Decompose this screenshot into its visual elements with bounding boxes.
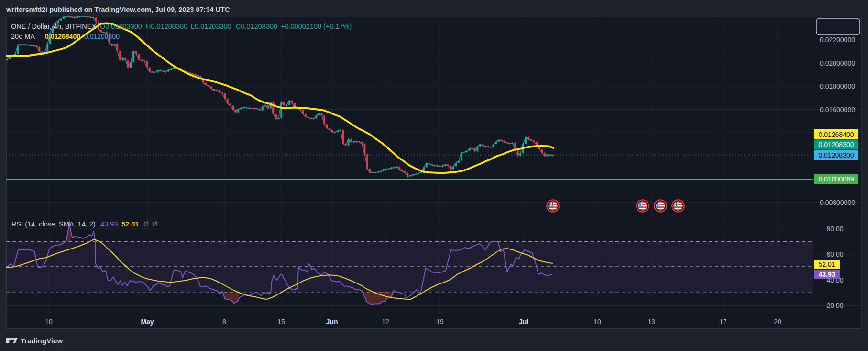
svg-text:0.02000000: 0.02000000 (820, 59, 855, 67)
svg-text:20.00: 20.00 (826, 302, 843, 309)
svg-text:43.93: 43.93 (100, 220, 118, 228)
svg-text:0.01208300: 0.01208300 (819, 141, 854, 148)
svg-text:O0.01203300: O0.01203300 (100, 23, 142, 30)
svg-text:20: 20 (774, 318, 781, 326)
svg-text:20d MA: 20d MA (11, 33, 35, 40)
svg-text:Ø: Ø (143, 220, 149, 228)
svg-text:0.01000069: 0.01000069 (819, 175, 854, 183)
svg-text:13: 13 (648, 318, 655, 326)
svg-text:RSI (14, close, SMA, 14, 2): RSI (14, close, SMA, 14, 2) (11, 220, 96, 228)
svg-text:43.93: 43.93 (818, 271, 835, 278)
svg-text:52.01: 52.01 (121, 220, 139, 228)
svg-text:+0.00002100 (+0.17%): +0.00002100 (+0.17%) (281, 23, 352, 30)
svg-text:0.01800000: 0.01800000 (820, 82, 855, 90)
svg-text:10: 10 (593, 318, 601, 326)
svg-text:0.01600000: 0.01600000 (820, 106, 855, 113)
svg-text:8: 8 (222, 318, 226, 326)
svg-text:Ø: Ø (152, 220, 157, 228)
svg-text:Jul: Jul (519, 318, 528, 326)
svg-text:10: 10 (45, 318, 53, 326)
svg-text:writersmfd2i published on Trad: writersmfd2i published on TradingView.co… (6, 6, 230, 13)
svg-text:0.00800000: 0.00800000 (820, 199, 855, 206)
svg-text:60.00: 60.00 (826, 250, 843, 258)
svg-text:ONE / Dollar, 4h, BITFINEX: ONE / Dollar, 4h, BITFINEX (11, 23, 96, 30)
svg-text:12: 12 (382, 318, 389, 326)
svg-text:May: May (141, 318, 154, 326)
svg-text:19: 19 (436, 318, 444, 326)
svg-text:0.01208300: 0.01208300 (84, 33, 120, 40)
svg-text:52.01: 52.01 (818, 260, 835, 268)
svg-text:0.01208300: 0.01208300 (819, 151, 854, 159)
svg-text:C0.01208300: C0.01208300 (236, 23, 277, 30)
svg-text:H0.01208300: H0.01208300 (146, 23, 187, 30)
svg-text:L0.01203300: L0.01203300 (191, 23, 231, 30)
svg-text:15: 15 (277, 318, 285, 326)
svg-text:TradingView: TradingView (21, 337, 63, 345)
svg-text:80.00: 80.00 (826, 225, 843, 233)
svg-text:0.01268400: 0.01268400 (819, 131, 854, 138)
svg-text:Jun: Jun (326, 318, 338, 326)
svg-text:0.02200000: 0.02200000 (820, 36, 855, 44)
svg-text:17: 17 (719, 318, 727, 326)
svg-text:0.01268400: 0.01268400 (45, 33, 80, 40)
